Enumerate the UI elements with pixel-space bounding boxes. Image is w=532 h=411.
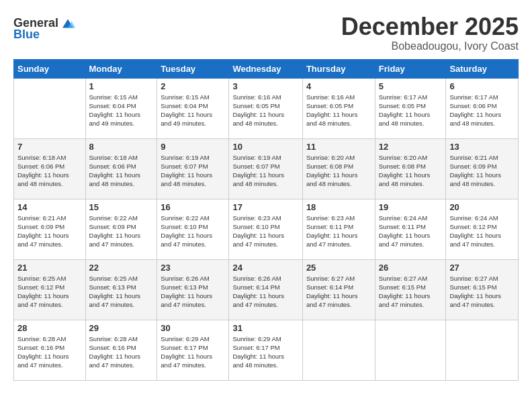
week-row-0: 1Sunrise: 6:15 AM Sunset: 6:04 PM Daylig…	[14, 78, 519, 138]
day-cell	[446, 320, 519, 380]
day-cell: 23Sunrise: 6:26 AM Sunset: 6:13 PM Dayli…	[157, 259, 229, 320]
day-cell	[302, 320, 375, 380]
header-cell-friday: Friday	[375, 59, 446, 78]
day-info: Sunrise: 6:22 AM Sunset: 6:09 PM Dayligh…	[89, 214, 154, 249]
day-number: 24	[232, 263, 298, 273]
day-cell: 12Sunrise: 6:20 AM Sunset: 6:08 PM Dayli…	[375, 138, 446, 199]
day-cell: 1Sunrise: 6:15 AM Sunset: 6:04 PM Daylig…	[85, 78, 157, 138]
day-info: Sunrise: 6:16 AM Sunset: 6:05 PM Dayligh…	[232, 93, 298, 128]
day-number: 27	[449, 263, 515, 273]
day-info: Sunrise: 6:24 AM Sunset: 6:12 PM Dayligh…	[449, 214, 515, 249]
day-number: 15	[89, 202, 154, 212]
header: General Blue December 2025 Bobeadougou, …	[13, 13, 519, 52]
day-number: 20	[449, 202, 515, 212]
day-info: Sunrise: 6:26 AM Sunset: 6:13 PM Dayligh…	[161, 274, 225, 310]
day-info: Sunrise: 6:19 AM Sunset: 6:07 PM Dayligh…	[232, 153, 298, 189]
day-cell: 30Sunrise: 6:29 AM Sunset: 6:17 PM Dayli…	[157, 320, 229, 380]
day-info: Sunrise: 6:27 AM Sunset: 6:15 PM Dayligh…	[449, 274, 515, 310]
day-info: Sunrise: 6:17 AM Sunset: 6:06 PM Dayligh…	[449, 93, 515, 128]
day-number: 7	[17, 142, 82, 152]
day-number: 5	[379, 81, 443, 91]
day-number: 8	[89, 142, 154, 152]
day-cell: 4Sunrise: 6:16 AM Sunset: 6:05 PM Daylig…	[302, 78, 375, 138]
day-info: Sunrise: 6:19 AM Sunset: 6:07 PM Dayligh…	[161, 153, 225, 189]
day-info: Sunrise: 6:29 AM Sunset: 6:17 PM Dayligh…	[232, 334, 298, 370]
day-number: 14	[17, 202, 82, 212]
day-cell: 17Sunrise: 6:23 AM Sunset: 6:10 PM Dayli…	[229, 199, 302, 259]
day-info: Sunrise: 6:21 AM Sunset: 6:09 PM Dayligh…	[17, 214, 82, 249]
day-info: Sunrise: 6:25 AM Sunset: 6:13 PM Dayligh…	[89, 274, 154, 310]
day-number: 29	[89, 323, 154, 333]
day-number: 23	[161, 263, 225, 273]
day-info: Sunrise: 6:23 AM Sunset: 6:10 PM Dayligh…	[232, 214, 298, 249]
logo-icon	[60, 17, 76, 30]
day-number: 6	[449, 81, 515, 91]
day-cell: 5Sunrise: 6:17 AM Sunset: 6:05 PM Daylig…	[375, 78, 446, 138]
day-cell: 26Sunrise: 6:27 AM Sunset: 6:15 PM Dayli…	[375, 259, 446, 320]
day-info: Sunrise: 6:27 AM Sunset: 6:15 PM Dayligh…	[379, 274, 443, 310]
day-cell: 21Sunrise: 6:25 AM Sunset: 6:12 PM Dayli…	[14, 259, 86, 320]
day-cell: 20Sunrise: 6:24 AM Sunset: 6:12 PM Dayli…	[446, 199, 519, 259]
day-info: Sunrise: 6:27 AM Sunset: 6:14 PM Dayligh…	[306, 274, 371, 310]
day-cell: 2Sunrise: 6:15 AM Sunset: 6:04 PM Daylig…	[157, 78, 229, 138]
day-info: Sunrise: 6:20 AM Sunset: 6:08 PM Dayligh…	[306, 153, 371, 189]
day-cell: 13Sunrise: 6:21 AM Sunset: 6:09 PM Dayli…	[446, 138, 519, 199]
logo: General Blue	[13, 16, 76, 42]
day-info: Sunrise: 6:25 AM Sunset: 6:12 PM Dayligh…	[17, 274, 82, 310]
day-number: 17	[232, 202, 298, 212]
day-number: 9	[161, 142, 225, 152]
week-row-2: 14Sunrise: 6:21 AM Sunset: 6:09 PM Dayli…	[14, 199, 519, 259]
day-info: Sunrise: 6:16 AM Sunset: 6:05 PM Dayligh…	[306, 93, 371, 128]
day-cell: 11Sunrise: 6:20 AM Sunset: 6:08 PM Dayli…	[302, 138, 375, 199]
day-info: Sunrise: 6:18 AM Sunset: 6:06 PM Dayligh…	[17, 153, 82, 189]
day-number: 1	[89, 81, 154, 91]
day-number: 28	[17, 323, 82, 333]
day-number: 18	[306, 202, 371, 212]
day-number: 3	[232, 81, 298, 91]
header-cell-saturday: Saturday	[446, 59, 519, 78]
day-cell: 15Sunrise: 6:22 AM Sunset: 6:09 PM Dayli…	[85, 199, 157, 259]
location-title: Bobeadougou, Ivory Coast	[341, 40, 519, 52]
day-cell: 16Sunrise: 6:22 AM Sunset: 6:10 PM Dayli…	[157, 199, 229, 259]
day-cell	[14, 78, 86, 138]
day-info: Sunrise: 6:28 AM Sunset: 6:16 PM Dayligh…	[17, 334, 82, 370]
day-cell: 29Sunrise: 6:28 AM Sunset: 6:16 PM Dayli…	[85, 320, 157, 380]
calendar-table: SundayMondayTuesdayWednesdayThursdayFrid…	[13, 59, 519, 381]
day-number: 22	[89, 263, 154, 273]
day-cell: 18Sunrise: 6:23 AM Sunset: 6:11 PM Dayli…	[302, 199, 375, 259]
week-row-4: 28Sunrise: 6:28 AM Sunset: 6:16 PM Dayli…	[14, 320, 519, 380]
day-number: 12	[379, 142, 443, 152]
day-info: Sunrise: 6:15 AM Sunset: 6:04 PM Dayligh…	[161, 93, 225, 128]
month-title: December 2025	[341, 13, 519, 40]
day-number: 16	[161, 202, 225, 212]
day-info: Sunrise: 6:24 AM Sunset: 6:11 PM Dayligh…	[379, 214, 443, 249]
day-cell: 8Sunrise: 6:18 AM Sunset: 6:06 PM Daylig…	[85, 138, 157, 199]
day-cell: 31Sunrise: 6:29 AM Sunset: 6:17 PM Dayli…	[229, 320, 302, 380]
day-number: 19	[379, 202, 443, 212]
header-cell-thursday: Thursday	[302, 59, 375, 78]
day-cell: 6Sunrise: 6:17 AM Sunset: 6:06 PM Daylig…	[446, 78, 519, 138]
day-cell: 28Sunrise: 6:28 AM Sunset: 6:16 PM Dayli…	[14, 320, 86, 380]
day-info: Sunrise: 6:29 AM Sunset: 6:17 PM Dayligh…	[161, 334, 225, 370]
week-row-3: 21Sunrise: 6:25 AM Sunset: 6:12 PM Dayli…	[14, 259, 519, 320]
header-cell-sunday: Sunday	[14, 59, 86, 78]
day-number: 10	[232, 142, 298, 152]
day-info: Sunrise: 6:21 AM Sunset: 6:09 PM Dayligh…	[449, 153, 515, 189]
day-cell: 27Sunrise: 6:27 AM Sunset: 6:15 PM Dayli…	[446, 259, 519, 320]
header-cell-wednesday: Wednesday	[229, 59, 302, 78]
day-info: Sunrise: 6:17 AM Sunset: 6:05 PM Dayligh…	[379, 93, 443, 128]
day-number: 26	[379, 263, 443, 273]
day-cell: 3Sunrise: 6:16 AM Sunset: 6:05 PM Daylig…	[229, 78, 302, 138]
day-cell: 14Sunrise: 6:21 AM Sunset: 6:09 PM Dayli…	[14, 199, 86, 259]
day-cell: 25Sunrise: 6:27 AM Sunset: 6:14 PM Dayli…	[302, 259, 375, 320]
day-cell: 10Sunrise: 6:19 AM Sunset: 6:07 PM Dayli…	[229, 138, 302, 199]
day-cell: 22Sunrise: 6:25 AM Sunset: 6:13 PM Dayli…	[85, 259, 157, 320]
day-number: 30	[161, 323, 225, 333]
day-number: 21	[17, 263, 82, 273]
header-row: SundayMondayTuesdayWednesdayThursdayFrid…	[14, 59, 519, 78]
day-number: 31	[232, 323, 298, 333]
header-cell-monday: Monday	[85, 59, 157, 78]
day-info: Sunrise: 6:20 AM Sunset: 6:08 PM Dayligh…	[379, 153, 443, 189]
logo-blue: Blue	[13, 28, 40, 42]
day-number: 11	[306, 142, 371, 152]
